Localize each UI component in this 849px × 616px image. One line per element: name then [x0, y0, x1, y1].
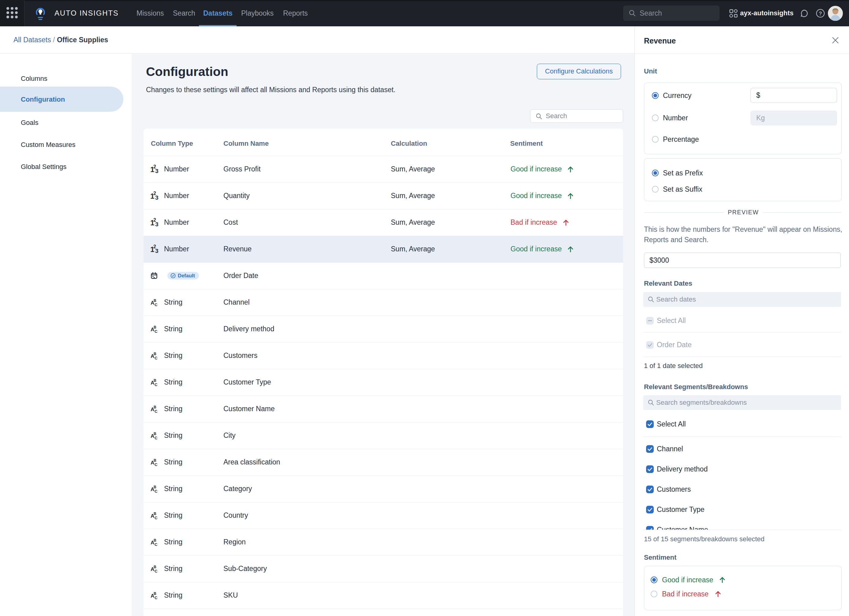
svg-text:?: ? [819, 11, 822, 16]
